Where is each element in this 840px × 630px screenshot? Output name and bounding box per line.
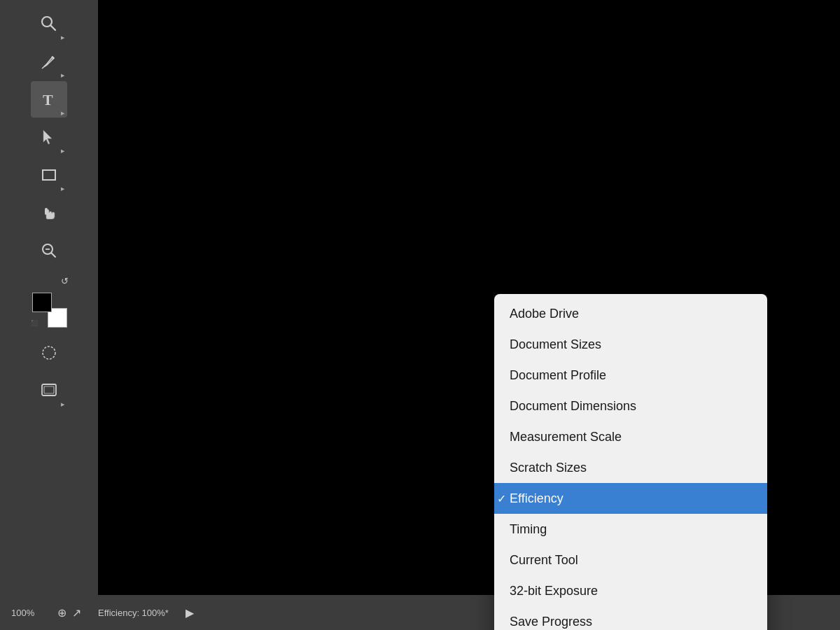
svg-rect-11	[44, 386, 54, 393]
swap-colors-icon[interactable]: ↺	[61, 276, 69, 286]
menu-item-label: Adobe Drive	[510, 307, 579, 321]
menu-item-label: Save Progress	[510, 615, 592, 629]
svg-point-9	[43, 346, 55, 359]
menu-item-label: 32-bit Exposure	[510, 584, 598, 598]
menu-item-adobe-drive[interactable]: Adobe Drive	[494, 298, 767, 329]
menu-item-label: Timing	[510, 522, 547, 537]
svg-line-1	[51, 26, 56, 31]
selection-tool[interactable]: ▶	[31, 119, 67, 155]
menu-item-label: Scratch Sizes	[510, 461, 587, 475]
menu-item-document-profile[interactable]: Document Profile	[494, 360, 767, 391]
svg-line-7	[51, 253, 55, 257]
move-icon[interactable]: ⊕	[57, 606, 66, 620]
svg-rect-5	[45, 208, 48, 215]
menu-item-document-dimensions[interactable]: Document Dimensions	[494, 391, 767, 421]
svg-line-2	[42, 67, 43, 69]
zoom-level: 100%	[11, 608, 46, 618]
menu-item-label: Measurement Scale	[510, 430, 622, 444]
menu-item-current-tool[interactable]: Current Tool	[494, 545, 767, 575]
status-dropdown-menu: Adobe DriveDocument SizesDocument Profil…	[494, 294, 767, 630]
zoom-tool[interactable]: ▶	[31, 6, 67, 42]
status-info: Efficiency: 100%*	[98, 608, 169, 618]
menu-item-efficiency[interactable]: ✓Efficiency	[494, 483, 767, 514]
status-icons: ⊕ ↗	[57, 606, 81, 620]
menu-item-document-sizes[interactable]: Document Sizes	[494, 329, 767, 360]
menu-item-32bit-exposure[interactable]: 32-bit Exposure	[494, 575, 767, 606]
toolbar: ▶ ▶ T ▶ ▶ ▶	[0, 0, 98, 595]
foreground-color-swatch[interactable]	[32, 293, 52, 312]
menu-item-label: Document Profile	[510, 368, 606, 383]
tool-arrow: ▶	[61, 35, 64, 41]
menu-item-label: Document Sizes	[510, 337, 601, 352]
menu-item-label: Efficiency	[510, 491, 564, 506]
tool-arrow: ▶	[61, 186, 64, 192]
screen-mode-tool[interactable]: ▶	[31, 372, 67, 409]
status-dropdown-arrow[interactable]: ▶	[186, 606, 194, 620]
menu-item-label: Current Tool	[510, 553, 578, 568]
zoom-tool-2[interactable]	[31, 232, 67, 269]
menu-item-label: Document Dimensions	[510, 399, 636, 414]
tool-arrow: ▶	[61, 111, 64, 116]
quick-mask-tool[interactable]	[31, 335, 67, 371]
pen-tool[interactable]: ▶	[31, 43, 67, 80]
menu-item-timing[interactable]: Timing	[494, 514, 767, 545]
menu-item-scratch-sizes[interactable]: Scratch Sizes	[494, 452, 767, 483]
tool-arrow: ▶	[61, 73, 64, 78]
checkmark-icon: ✓	[497, 492, 506, 505]
menu-item-save-progress[interactable]: Save Progress	[494, 606, 767, 630]
default-colors-icon[interactable]: ⬛	[31, 320, 38, 326]
type-tool[interactable]: T ▶	[31, 81, 67, 118]
tool-arrow: ▶	[61, 148, 64, 154]
menu-item-measurement-scale[interactable]: Measurement Scale	[494, 421, 767, 452]
tool-arrow: ▶	[61, 402, 64, 407]
export-icon[interactable]: ↗	[72, 606, 81, 620]
svg-rect-4	[43, 170, 55, 180]
hand-tool[interactable]	[31, 195, 67, 231]
rectangle-tool[interactable]: ▶	[31, 157, 67, 193]
color-swatches[interactable]: ⬛	[31, 291, 67, 328]
svg-text:T: T	[43, 91, 53, 108]
